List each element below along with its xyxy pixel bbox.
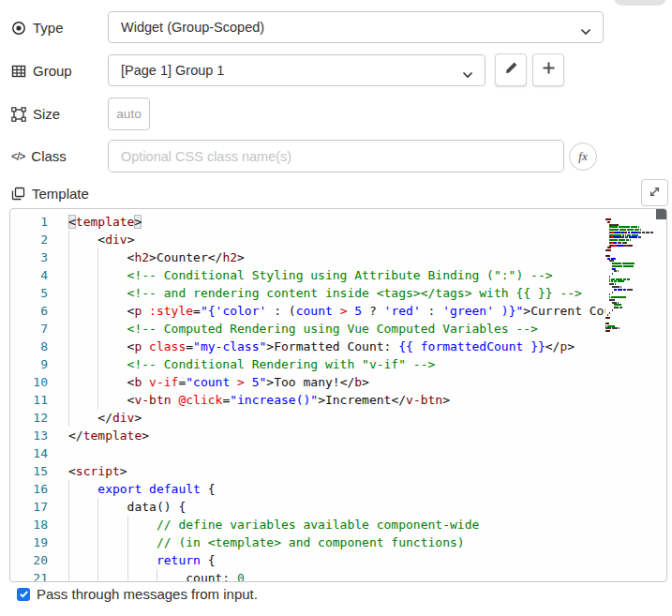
minimap-row [605, 233, 631, 234]
minimap-row [605, 253, 614, 255]
minimap-row [605, 230, 641, 232]
add-group-button[interactable] [532, 53, 564, 86]
minimap-row [605, 251, 616, 253]
editor-scrollbar-thumb[interactable] [656, 209, 666, 219]
group-select[interactable]: [Page 1] Group 1 [108, 54, 485, 86]
minimap-row [605, 287, 610, 289]
radio-icon [11, 21, 26, 36]
size-input[interactable]: auto [108, 98, 150, 130]
class-input[interactable]: Optional CSS class name(s) [108, 140, 564, 173]
minimap-row [605, 240, 610, 242]
editor-minimap[interactable] [605, 212, 655, 578]
minimap-row [605, 306, 610, 308]
fx-icon: fx [578, 149, 587, 164]
plus-icon [542, 61, 556, 79]
partial-button[interactable] [614, 0, 666, 6]
line-number: 15 [10, 462, 48, 480]
minimap-row [605, 279, 620, 281]
line-number: 21 [10, 569, 48, 581]
code-line: <script> [68, 462, 605, 480]
minimap-row [605, 323, 609, 325]
line-number: 14 [10, 444, 48, 462]
class-input-placeholder: Optional CSS class name(s) [109, 149, 291, 164]
expand-icon [649, 185, 661, 202]
code-line: <!-- Conditional Rendering with "v-if" -… [68, 355, 605, 373]
check-icon [19, 586, 29, 603]
code-line: return { [68, 551, 605, 569]
minimap-row [605, 259, 634, 261]
minimap-row [605, 262, 616, 263]
template-label: Template [32, 186, 89, 202]
code-line: <!-- Conditional Styling using Attribute… [68, 266, 605, 284]
minimap-row [605, 248, 609, 250]
minimap-row [605, 269, 610, 271]
minimap-row [605, 293, 615, 294]
line-number: 4 [10, 266, 48, 284]
line-number: 9 [10, 355, 48, 373]
line-number: 10 [10, 373, 48, 391]
minimap-row [605, 300, 622, 302]
code-line: export default { [68, 480, 605, 498]
size-label-group: Size [11, 106, 60, 122]
minimap-row [605, 215, 610, 217]
minimap-row [605, 235, 626, 237]
type-select[interactable]: Widget (Group-Scoped) [108, 11, 604, 43]
pass-through-checkbox[interactable] [17, 588, 30, 601]
table-icon [11, 64, 26, 79]
code-line: <p class="my-class">Formatted Count: {{ … [68, 338, 605, 355]
group-label: Group [33, 63, 72, 79]
code-line: <!-- and rendering content inside <tags>… [68, 284, 605, 302]
minimap-row [605, 256, 635, 258]
minimap-row [605, 225, 653, 227]
size-value: auto [116, 107, 141, 121]
size-label: Size [33, 106, 60, 122]
minimap-row [605, 266, 612, 268]
line-number: 16 [10, 480, 48, 498]
expand-editor-button[interactable] [641, 179, 668, 206]
class-label: Class [31, 148, 67, 164]
minimap-row [605, 319, 615, 321]
code-line: // (in <template> and component function… [68, 533, 605, 551]
minimap-row [605, 243, 611, 245]
minimap-row [605, 285, 612, 287]
code-line: <template> [68, 213, 605, 231]
code-line: </div> [68, 409, 605, 427]
chevron-down-icon [462, 67, 473, 82]
fx-button[interactable]: fx [569, 143, 597, 171]
line-number: 6 [10, 302, 48, 320]
minimap-row [605, 263, 618, 265]
code-line: // define variables available component-… [68, 516, 605, 533]
minimap-row [605, 277, 615, 278]
line-number: 2 [10, 231, 48, 248]
line-number: 8 [10, 338, 48, 355]
line-number: 17 [10, 498, 48, 516]
minimap-row [605, 310, 610, 312]
minimap-row [605, 222, 641, 224]
group-select-value: [Page 1] Group 1 [109, 63, 224, 78]
code-line: <b v-if="count > 5">Too many!</b> [68, 373, 605, 391]
minimap-row [605, 297, 621, 299]
line-number: 18 [10, 516, 48, 533]
type-label: Type [33, 20, 64, 36]
template-code-editor[interactable]: 123456789101112131415161718192021 <templ… [9, 208, 667, 582]
code-line: <!-- Computed Rendering using Vue Comput… [68, 320, 605, 338]
template-label-group: Template [11, 186, 89, 202]
minimap-row [605, 219, 639, 221]
line-number: 3 [10, 248, 48, 266]
pass-through-label: Pass through messages from input. [37, 586, 258, 602]
size-icon [11, 107, 26, 122]
class-label-group: </> Class [11, 148, 67, 164]
type-label-group: Type [11, 20, 64, 36]
edit-group-button[interactable] [495, 53, 527, 86]
minimap-row [605, 295, 618, 297]
line-number: 12 [10, 409, 48, 427]
minimap-row [605, 321, 619, 323]
code-line: <p :style="{'color' : (count > 5 ? 'red'… [68, 302, 605, 320]
pencil-icon [504, 61, 518, 79]
type-select-value: Widget (Group-Scoped) [109, 20, 264, 35]
code-line: </template> [68, 427, 605, 444]
minimap-row [605, 238, 633, 240]
minimap-row [605, 316, 609, 318]
line-number: 5 [10, 284, 48, 302]
chevron-down-icon [580, 23, 591, 38]
